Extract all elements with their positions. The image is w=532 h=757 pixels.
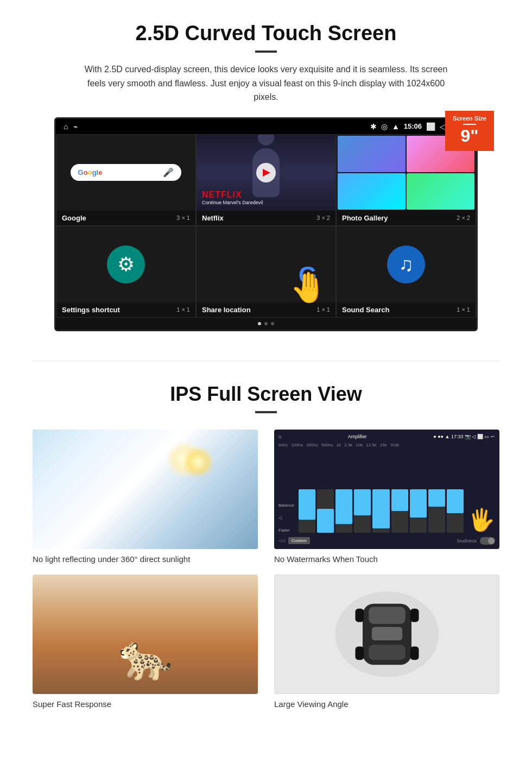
share-location-size: 1 × 1 xyxy=(316,306,330,313)
photo-thumb-4 xyxy=(407,173,474,210)
feature-sunlight: No light reflecting under 360° direct su… xyxy=(33,430,258,564)
amplifier-image: ⌂ Amplifier ● ●● ▲ 17:33 📷 ◁ ⬜ ▭ ⤺ 60hz1… xyxy=(274,430,499,549)
status-time: 15:06 xyxy=(404,122,422,130)
photo-gallery-label: Photo Gallery xyxy=(342,214,388,222)
dot-2 xyxy=(264,322,268,325)
person-head xyxy=(258,134,274,146)
screen-size-badge: Screen Size 9" xyxy=(445,111,494,151)
share-cell-inner: G 🤚 xyxy=(197,226,335,302)
photo-label-row: Photo Gallery 2 × 2 xyxy=(337,211,476,225)
amp-slider-7 xyxy=(410,489,427,533)
badge-divider xyxy=(463,124,476,125)
sound-search-cell[interactable]: ♫ Sound Search 1 × 1 xyxy=(336,226,476,318)
progress-dots xyxy=(56,318,476,330)
section-curved-screen: 2.5D Curved Touch Screen With 2.5D curve… xyxy=(0,0,532,344)
amp-toggle[interactable] xyxy=(480,537,495,545)
sunlight-label: No light reflecting under 360° direct su… xyxy=(33,554,258,564)
hand-pointing-icon: 🤚 xyxy=(290,270,327,305)
section-divider xyxy=(33,361,499,361)
photo-thumb-3 xyxy=(338,173,406,210)
amp-slider-8 xyxy=(428,489,445,533)
netflix-logo: NETFLIX xyxy=(202,190,263,200)
car-image xyxy=(274,575,499,694)
photo-gallery-size: 2 × 2 xyxy=(457,215,470,221)
status-bar-left: ⌂ ⌁ xyxy=(64,122,78,131)
viewing-angle-label: Large Viewing Angle xyxy=(274,699,499,709)
amp-slider-4 xyxy=(354,489,371,533)
amp-slider-9 xyxy=(447,489,464,533)
gear-icon: ⚙ xyxy=(117,253,135,276)
share-location-cell[interactable]: G 🤚 Share location 1 × 1 xyxy=(196,226,336,318)
amp-slider-1 xyxy=(299,489,315,533)
car-top-view-svg xyxy=(322,585,452,683)
svg-rect-3 xyxy=(369,645,406,660)
settings-size: 1 × 1 xyxy=(176,306,190,313)
settings-cell[interactable]: ⚙ Settings shortcut 1 × 1 xyxy=(56,226,196,318)
sound-icon-wrapper: ♫ xyxy=(387,245,425,283)
netflix-label-row: Netflix 3 × 2 xyxy=(197,211,335,225)
watermark-label: No Watermarks When Touch xyxy=(274,554,499,564)
feature-viewing-angle: Large Viewing Angle xyxy=(274,575,499,709)
netflix-app-cell[interactable]: NETFLIX Continue Marvel's Daredevil Netf… xyxy=(196,134,336,226)
amp-slider-2 xyxy=(317,489,334,533)
svg-rect-5 xyxy=(355,609,364,622)
google-size: 3 × 1 xyxy=(176,215,190,221)
amp-slider-3 xyxy=(335,489,352,533)
amp-home-icon: ⌂ xyxy=(278,434,281,439)
cheetah-emoji: 🐆 xyxy=(118,632,173,683)
fast-response-label: Super Fast Response xyxy=(33,699,258,709)
amp-loudness: loudness xyxy=(457,538,477,544)
amp-icons: ● ●● ▲ 17:33 📷 ◁ ⬜ ▭ ⤺ xyxy=(433,434,495,439)
camera-icon: ⬜ xyxy=(426,122,435,131)
amp-sliders xyxy=(299,489,464,533)
svg-rect-8 xyxy=(410,646,419,660)
sound-label-row: Sound Search 1 × 1 xyxy=(337,302,476,317)
play-button[interactable] xyxy=(256,163,276,182)
signal-icon: ▲ xyxy=(392,122,400,131)
settings-content: ⚙ xyxy=(56,226,195,302)
amp-side-labels: Balance◁Fader xyxy=(278,503,294,533)
section2-title: IPS Full Screen View xyxy=(33,383,499,406)
mic-icon[interactable]: 🎤 xyxy=(163,167,174,178)
svg-rect-2 xyxy=(369,607,406,624)
amp-back-icon: ◁◁ xyxy=(278,538,285,543)
cheetah-image: 🐆 xyxy=(33,575,258,694)
dot-1 xyxy=(258,322,261,325)
amp-title: Amplifier xyxy=(348,434,367,439)
section-ips-screen: IPS Full Screen View No light reflecting… xyxy=(0,377,532,730)
netflix-cell-content: NETFLIX Continue Marvel's Daredevil xyxy=(197,135,335,211)
google-label: Google xyxy=(62,214,86,222)
photo-thumb-1 xyxy=(338,136,406,172)
svg-rect-4 xyxy=(371,627,402,640)
amp-hand-icon: 🖐 xyxy=(468,507,495,533)
netflix-label: Netflix xyxy=(202,214,224,222)
settings-icon-wrapper: ⚙ xyxy=(107,245,145,283)
status-bar: ⌂ ⌁ ✱ ◎ ▲ 15:06 ⬜ ◁ ▦ ▭ xyxy=(56,119,476,134)
sound-search-content: ♫ xyxy=(337,226,476,302)
google-search-bar[interactable]: Google 🎤 xyxy=(71,164,182,181)
location-icon: ◎ xyxy=(381,122,388,131)
music-note-icon: ♫ xyxy=(399,253,414,276)
share-location-content: G 🤚 xyxy=(197,226,335,302)
amp-slider-6 xyxy=(391,489,408,533)
netflix-subtitle: Continue Marvel's Daredevil xyxy=(202,200,263,205)
google-logo: Google xyxy=(78,168,103,176)
google-cell-content: Google 🎤 xyxy=(56,135,195,211)
home-icon: ⌂ xyxy=(64,122,68,131)
section1-description: With 2.5D curved-display screen, this de… xyxy=(76,62,456,104)
app-grid: Google 🎤 Google 3 × 1 xyxy=(56,134,476,318)
share-location-label: Share location xyxy=(202,306,251,314)
bluetooth-icon: ✱ xyxy=(370,122,377,131)
feature-watermark: ⌂ Amplifier ● ●● ▲ 17:33 📷 ◁ ⬜ ▭ ⤺ 60hz1… xyxy=(274,430,499,564)
play-triangle xyxy=(263,169,270,176)
badge-label: Screen Size xyxy=(448,115,491,122)
amp-freq-labels: 60hz100hz200hz500hz1k2.5k10k12.5k15kSUB xyxy=(278,443,495,447)
google-app-cell[interactable]: Google 🎤 Google 3 × 1 xyxy=(56,134,196,226)
feature-fast-response: 🐆 Super Fast Response xyxy=(33,575,258,709)
google-label-row: Google 3 × 1 xyxy=(56,211,195,225)
badge-number: 9" xyxy=(461,126,479,146)
section2-underline xyxy=(255,411,277,413)
android-screen: ⌂ ⌁ ✱ ◎ ▲ 15:06 ⬜ ◁ ▦ ▭ xyxy=(54,117,478,331)
settings-label: Settings shortcut xyxy=(62,306,120,314)
sound-search-label: Sound Search xyxy=(342,306,389,314)
